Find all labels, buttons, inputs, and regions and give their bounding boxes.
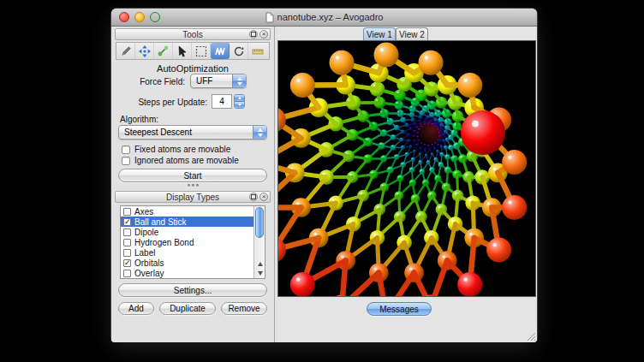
avogadro-window: nanotube.xyz – Avogadro Tools × bbox=[111, 9, 537, 341]
display-types-title: Display Types bbox=[166, 193, 219, 202]
select-tool-button[interactable] bbox=[192, 43, 211, 59]
display-type-row[interactable]: Hydrogen Bond bbox=[121, 237, 253, 247]
display-type-row[interactable]: Axes bbox=[121, 206, 253, 217]
display-type-row[interactable]: ✓Orbitals bbox=[121, 258, 253, 268]
display-type-row[interactable]: Overlay bbox=[121, 268, 253, 278]
stepper-down-button[interactable] bbox=[235, 102, 244, 108]
selection-rect-icon bbox=[194, 45, 208, 58]
combo-arrows-icon bbox=[253, 126, 266, 139]
tab-view-2[interactable]: View 2 bbox=[396, 27, 428, 40]
cursor-icon bbox=[176, 45, 189, 58]
manipulate-tool-button[interactable] bbox=[173, 43, 192, 59]
tools-panel-header[interactable]: Tools × bbox=[115, 28, 271, 40]
float-icon bbox=[251, 32, 256, 37]
measure-tool-button[interactable] bbox=[154, 43, 173, 59]
arrow-up-icon bbox=[258, 262, 263, 266]
navigate-tool-button[interactable] bbox=[135, 43, 154, 59]
tab-view-1[interactable]: View 1 bbox=[363, 27, 396, 40]
display-type-label: Axes bbox=[134, 207, 153, 217]
fixed-atoms-checkbox-row[interactable]: Fixed atoms are movable bbox=[122, 145, 230, 154]
display-type-checkbox[interactable] bbox=[123, 270, 131, 277]
ignored-atoms-label: Ignored atoms are movable bbox=[134, 156, 239, 165]
document-icon bbox=[265, 12, 274, 23]
arrow-down-icon bbox=[258, 271, 263, 276]
display-type-label: Dipole bbox=[134, 228, 158, 237]
resize-grip[interactable] bbox=[525, 330, 535, 341]
stepper-up-button[interactable] bbox=[235, 95, 244, 102]
close-icon: × bbox=[262, 193, 266, 200]
display-type-checkbox[interactable]: ✓ bbox=[123, 259, 131, 267]
window-title: nanotube.xyz – Avogadro bbox=[277, 12, 384, 22]
start-button[interactable]: Start bbox=[118, 169, 267, 182]
fixed-atoms-label: Fixed atoms are movable bbox=[134, 145, 230, 154]
duplicate-button[interactable]: Duplicate bbox=[159, 302, 216, 315]
display-type-label: Label bbox=[134, 248, 155, 258]
algorithm-label: Algorithm: bbox=[120, 115, 158, 124]
align-tool-button[interactable] bbox=[248, 43, 267, 59]
add-button[interactable]: Add bbox=[118, 302, 154, 315]
algorithm-select[interactable]: Steepest Descent bbox=[118, 125, 267, 139]
steps-per-update-field[interactable]: 4 bbox=[212, 94, 232, 109]
display-types-float-button[interactable] bbox=[249, 193, 258, 201]
scroll-up-button[interactable] bbox=[254, 259, 265, 269]
desktop-background: nanotube.xyz – Avogadro Tools × bbox=[0, 0, 644, 362]
close-icon: × bbox=[262, 31, 266, 38]
display-type-checkbox[interactable] bbox=[123, 249, 131, 257]
display-type-row[interactable]: ✓Ball and Stick bbox=[121, 217, 253, 227]
measure-icon bbox=[157, 45, 170, 58]
rotate-arrow-icon bbox=[232, 45, 246, 58]
gl-viewport[interactable] bbox=[277, 40, 536, 297]
display-types-rows: Axes✓Ball and StickDipoleHydrogen BondLa… bbox=[121, 206, 253, 278]
combo-arrows-icon bbox=[232, 74, 246, 87]
scroll-down-button[interactable] bbox=[254, 269, 265, 278]
messages-button[interactable]: Messages bbox=[367, 302, 432, 316]
force-field-select[interactable]: UFF bbox=[190, 74, 247, 88]
spring-icon bbox=[213, 45, 227, 58]
algorithm-value: Steepest Descent bbox=[124, 128, 192, 137]
steps-per-update-stepper bbox=[234, 94, 245, 109]
ignored-atoms-checkbox[interactable] bbox=[122, 157, 130, 165]
display-type-label: Ball and Stick bbox=[134, 217, 187, 227]
auto-optimize-tool-button[interactable] bbox=[211, 43, 230, 59]
display-type-checkbox[interactable] bbox=[123, 239, 131, 246]
navigate-arrows-icon bbox=[138, 45, 152, 58]
ignored-atoms-checkbox-row[interactable]: Ignored atoms are movable bbox=[122, 156, 239, 165]
settings-button[interactable]: Settings... bbox=[118, 283, 267, 297]
force-field-label: Force Field: bbox=[111, 77, 185, 86]
display-type-checkbox[interactable] bbox=[123, 228, 131, 236]
scrollbar-thumb[interactable] bbox=[255, 207, 264, 238]
float-icon bbox=[251, 194, 256, 199]
fixed-atoms-checkbox[interactable] bbox=[122, 145, 130, 154]
force-field-value: UFF bbox=[196, 76, 212, 86]
display-type-row[interactable]: Label bbox=[121, 247, 253, 258]
display-types-list: Axes✓Ball and StickDipoleHydrogen BondLa… bbox=[120, 205, 265, 279]
display-type-label: Hydrogen Bond bbox=[134, 238, 194, 247]
autooptimization-title: AutoOptimization bbox=[111, 63, 274, 74]
scrollbar[interactable] bbox=[253, 206, 265, 278]
display-type-label: Orbitals bbox=[134, 258, 164, 268]
display-type-checkbox[interactable] bbox=[123, 208, 131, 216]
tools-panel-float-button[interactable] bbox=[249, 30, 258, 39]
display-type-row[interactable]: Dipole bbox=[121, 227, 253, 237]
steps-per-update-label: Steps per Update: bbox=[111, 98, 207, 107]
window-content: Tools × bbox=[111, 27, 537, 342]
remove-button[interactable]: Remove bbox=[221, 302, 267, 315]
nanotube-render bbox=[278, 41, 535, 296]
steps-per-update-value: 4 bbox=[219, 97, 224, 106]
dock-area: Tools × bbox=[111, 27, 274, 342]
dock-splitter-handle[interactable] bbox=[180, 183, 206, 187]
title-bar[interactable]: nanotube.xyz – Avogadro bbox=[111, 9, 537, 27]
pencil-icon bbox=[119, 45, 133, 58]
display-type-label: Overlay bbox=[134, 269, 164, 278]
display-type-checkbox[interactable]: ✓ bbox=[123, 218, 131, 226]
draw-tool-button[interactable] bbox=[116, 43, 135, 59]
tools-panel-title: Tools bbox=[182, 30, 202, 39]
view-area: View 1 View 2 Messages bbox=[274, 27, 537, 342]
tool-toolbar bbox=[116, 42, 270, 60]
display-types-close-button[interactable]: × bbox=[259, 193, 268, 201]
tools-panel-close-button[interactable]: × bbox=[259, 30, 268, 39]
display-types-panel-header[interactable]: Display Types × bbox=[115, 191, 271, 203]
auto-rotate-tool-button[interactable] bbox=[230, 43, 248, 59]
ruler-icon bbox=[251, 45, 265, 58]
